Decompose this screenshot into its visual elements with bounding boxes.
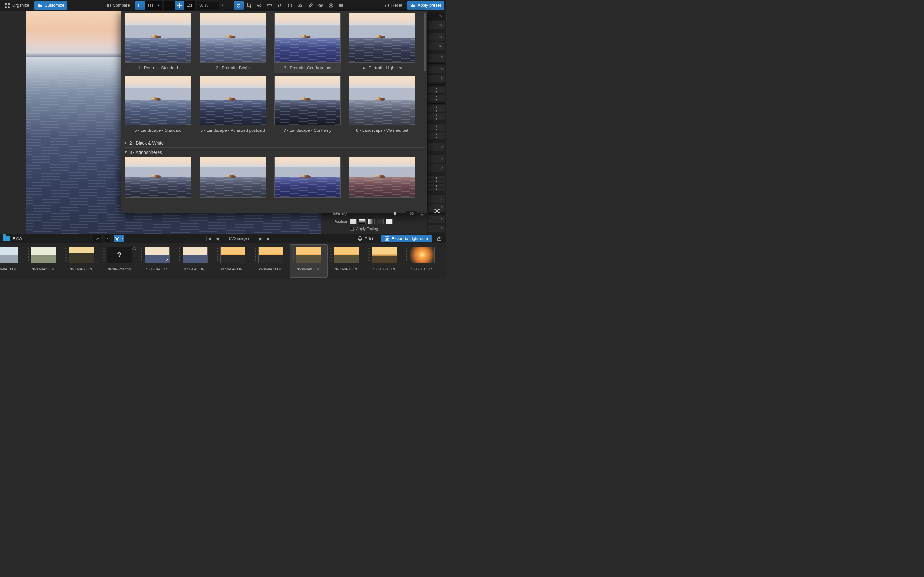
zoom-display[interactable]: 36 %	[197, 2, 219, 9]
apply-preset-button[interactable]: Apply preset	[407, 1, 444, 10]
nav-first-button[interactable]: ⎮◀	[205, 235, 212, 242]
swatch[interactable]	[359, 219, 366, 224]
nav-next-button[interactable]: ▶	[257, 235, 264, 242]
rating-stars[interactable]: ★★★★★	[216, 247, 219, 261]
intensity-stepper[interactable]: ▲▼	[420, 211, 424, 216]
panel-stepper[interactable]: ▲▼	[428, 105, 445, 112]
rating-stars[interactable]: ★★★★★	[178, 247, 181, 261]
export-lightroom-button[interactable]: Lr Export to Lightroom	[381, 235, 432, 242]
view-single-button[interactable]	[136, 1, 145, 10]
rating-stars[interactable]: ★★★★★	[65, 247, 67, 261]
preset-item[interactable]: 3 - Portrait - Candy colors	[274, 13, 341, 73]
customize-tab[interactable]: Customize	[34, 1, 67, 10]
preset-section-bw[interactable]: 2 - Black & White	[125, 138, 425, 147]
preset-item[interactable]: 6 - Landscape - Polarized postcard	[200, 76, 266, 135]
zoom-dropdown[interactable]: ▼	[220, 2, 226, 9]
rating-stars[interactable]: ★★★★★	[292, 247, 294, 261]
preset-item[interactable]: 7 - Landscape - Contrasty	[274, 76, 341, 135]
filmstrip-item[interactable]: ★★★★★ d690-049.ORF	[328, 245, 365, 277]
filmstrip-item[interactable]: ★★★★★ d690-046.ORF	[214, 245, 252, 277]
brush-tool-button[interactable]	[306, 1, 315, 10]
organize-tab[interactable]: Organize	[2, 1, 32, 10]
filmstrip[interactable]: ★★★★★ d690-041.ORF ★★★★★ d690-042.ORF ★★…	[0, 243, 446, 279]
intensity-slider[interactable]	[350, 213, 404, 214]
nav-prev-button[interactable]: ◀	[214, 235, 221, 242]
filmstrip-item[interactable]: ★★★★★ d690-041.ORF	[0, 245, 24, 277]
nav-last-button[interactable]: ▶⎮	[266, 235, 273, 242]
ratio-button[interactable]: 1:1	[185, 1, 194, 10]
panel-help-button[interactable]	[428, 225, 445, 232]
filmstrip-item[interactable]: ★★★★★ d690-048.ORF	[290, 245, 327, 277]
print-button[interactable]: Print	[354, 235, 377, 242]
filmstrip-item[interactable]: ★★★★★ d690-047.ORF	[252, 245, 289, 277]
preset-item[interactable]: 5 - Landscape - Standard	[125, 76, 191, 135]
panel-row-toggle[interactable]: ≡▾	[428, 12, 445, 20]
repair-tool-button[interactable]	[296, 1, 305, 10]
preset-item[interactable]: 4 - Portrait - High key	[349, 13, 415, 73]
preset-item[interactable]: 2 - Portrait - Bright	[200, 13, 266, 73]
folder-icon[interactable]	[3, 235, 10, 242]
filmstrip-item[interactable]: ★★★★★ ✔ d690-044.ORF	[139, 245, 176, 277]
perspective-tool-button[interactable]	[275, 1, 284, 10]
horizon-tool-button[interactable]	[254, 1, 264, 10]
panel-stepper[interactable]: ▲▼	[428, 184, 445, 191]
panel-stepper[interactable]: ▲▼	[428, 124, 445, 131]
rating-stars[interactable]: ★★★★★	[103, 247, 105, 261]
hand-tool-button[interactable]	[234, 1, 244, 10]
filmstrip-item[interactable]: ★★★★★ d690-043.ORF	[63, 245, 100, 277]
panel-help-button[interactable]	[428, 155, 445, 163]
panel-help-button[interactable]	[428, 216, 445, 223]
filmstrip-item[interactable]: ★★★★★ d690-045.ORF	[176, 245, 214, 277]
swatch[interactable]	[350, 219, 357, 224]
panel-stepper[interactable]: ▲▼	[428, 95, 445, 101]
rating-stars[interactable]: ★★★★★	[27, 247, 29, 261]
wb-tool-button[interactable]	[265, 1, 274, 10]
preset-item[interactable]	[349, 157, 415, 198]
filmstrip-item[interactable]: ★★★★★ d690-042.ORF	[25, 245, 62, 277]
sort-dropdown-arrow[interactable]: ▼	[105, 235, 110, 242]
panel-stepper[interactable]: ▲▼	[428, 113, 445, 120]
view-mode-dropdown[interactable]: ▼	[156, 1, 162, 10]
panel-help-button[interactable]	[428, 54, 445, 61]
rating-stars[interactable]: ★★★★★	[254, 247, 257, 261]
filmstrip-item[interactable]: ★★★★★ ? d690-···x0.dng	[101, 245, 138, 277]
preset-item[interactable]: 8 - Landscape - Washed out	[349, 76, 415, 135]
share-button[interactable]	[435, 235, 443, 242]
rating-stars[interactable]: ★★★★★	[141, 247, 143, 261]
rating-stars[interactable]: ★★★★★	[405, 247, 408, 261]
view-split-button[interactable]	[145, 1, 155, 10]
shuffle-icon[interactable]	[434, 208, 440, 215]
panel-row-toggle[interactable]: ≡▾	[428, 21, 445, 29]
panel-stepper[interactable]: ▲▼	[428, 176, 445, 183]
panel-help-button[interactable]	[428, 143, 445, 151]
redeye-tool-button[interactable]	[316, 1, 326, 10]
fit-button[interactable]	[164, 1, 174, 10]
dust-tool-button[interactable]	[285, 1, 295, 10]
apply-toning-checkbox[interactable]	[350, 227, 354, 231]
target-tool-button[interactable]	[326, 1, 336, 10]
intensity-value[interactable]: 50	[406, 211, 417, 216]
panel-help-button[interactable]	[428, 66, 445, 73]
swatch[interactable]	[376, 219, 384, 224]
compare-button[interactable]: Compare	[102, 1, 133, 10]
rating-stars[interactable]: ★★★★★	[368, 247, 370, 261]
panel-row-toggle[interactable]: ≡▾	[428, 42, 445, 50]
panel-stepper[interactable]: ▲▼	[428, 132, 445, 139]
preset-item[interactable]: 1 - Portrait - Standard	[125, 13, 191, 73]
mask-tool-button[interactable]	[336, 1, 346, 10]
filter-dropdown[interactable]: ▼	[113, 235, 124, 242]
panel-help-button[interactable]	[428, 164, 445, 172]
preset-section-atmospheres[interactable]: 3 - Atmospheres	[125, 147, 425, 157]
sort-dropdown[interactable]: ↓≡	[93, 235, 102, 242]
preset-item[interactable]	[125, 157, 191, 198]
panel-add-button[interactable]: +	[428, 195, 445, 203]
reset-button[interactable]: Reset	[381, 1, 405, 10]
filmstrip-item[interactable]: ★★★★★ d690-050.ORF	[366, 245, 403, 277]
rating-stars[interactable]: ★★★★★	[330, 247, 333, 261]
move-tool-button[interactable]	[174, 1, 184, 10]
preset-item[interactable]	[200, 157, 266, 198]
preset-item[interactable]	[274, 157, 341, 198]
panel-help-button[interactable]	[428, 75, 445, 82]
panel-stepper[interactable]: ▲▼	[428, 87, 445, 93]
panel-row-toggle[interactable]: ≡▾	[428, 33, 445, 41]
